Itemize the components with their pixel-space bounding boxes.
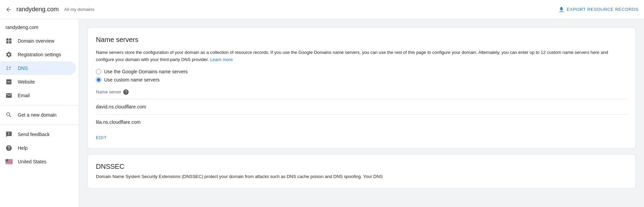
grid-icon — [5, 38, 12, 44]
content-area: Name servers Name servers store the conf… — [79, 19, 644, 207]
sidebar-label-united-states: United States — [18, 159, 46, 164]
back-button[interactable] — [5, 6, 12, 13]
all-my-domains-link[interactable]: All my domains — [64, 7, 94, 12]
dnssec-title: DNSSEC — [96, 163, 627, 171]
sidebar-label-send-feedback: Send feedback — [18, 132, 49, 137]
radio-google-label: Use the Google Domains name servers — [104, 69, 188, 74]
name-server-entry-1: david.ns.cloudflare.com — [96, 99, 627, 115]
sidebar-item-get-new-domain[interactable]: Get a new domain — [0, 108, 76, 122]
export-label: EXPORT RESOURCE RECORDS — [567, 7, 639, 12]
radio-google-option[interactable]: Use the Google Domains name servers — [96, 69, 627, 74]
sidebar-item-dns[interactable]: DNS — [0, 61, 76, 75]
radio-google-input[interactable] — [96, 69, 101, 74]
sidebar-item-website[interactable]: Website — [0, 75, 76, 89]
sidebar-item-send-feedback[interactable]: Send feedback — [0, 128, 76, 141]
help-icon — [5, 145, 12, 151]
sidebar-item-email[interactable]: Email — [0, 89, 76, 102]
name-server-label: Name server ? — [96, 89, 627, 95]
name-server-entry-2: lila.ns.cloudflare.com — [96, 115, 627, 130]
email-icon — [5, 92, 12, 99]
sidebar: randydeng.com Domain overview Registrati… — [0, 19, 79, 207]
domain-title: randydeng.com — [16, 6, 59, 13]
radio-custom-input[interactable] — [96, 77, 101, 83]
export-resource-records-button[interactable]: EXPORT RESOURCE RECORDS — [558, 6, 639, 13]
radio-custom-option[interactable]: Use custom name servers — [96, 77, 627, 83]
sidebar-label-get-new-domain: Get a new domain — [18, 112, 57, 118]
edit-button[interactable]: EDIT — [96, 135, 107, 140]
website-icon — [5, 78, 12, 85]
sidebar-item-domain-overview[interactable]: Domain overview — [0, 34, 76, 48]
name-servers-title: Name servers — [96, 36, 627, 44]
flag-icon: 🇺🇸 — [5, 158, 12, 165]
sidebar-label-dns: DNS — [18, 65, 28, 71]
sidebar-domain-name: randydeng.com — [0, 22, 79, 34]
sidebar-item-help[interactable]: Help — [0, 141, 76, 155]
dnssec-card-inner: DNSSEC Domain Name System Security Exten… — [88, 154, 635, 189]
sidebar-label-help: Help — [18, 145, 28, 151]
dnssec-card: DNSSEC Domain Name System Security Exten… — [87, 154, 636, 189]
name-servers-card-inner: Name servers Name servers store the conf… — [88, 28, 635, 148]
search-icon — [5, 112, 12, 118]
sidebar-label-email: Email — [18, 93, 30, 98]
main-layout: randydeng.com Domain overview Registrati… — [0, 19, 644, 207]
learn-more-link[interactable]: Learn more — [210, 57, 233, 62]
radio-group: Use the Google Domains name servers Use … — [96, 69, 627, 83]
sidebar-divider — [0, 105, 79, 105]
top-bar-left: randydeng.com All my domains — [5, 6, 94, 13]
name-server-section: Name server ? david.ns.cloudflare.com li… — [96, 89, 627, 130]
sidebar-divider-2 — [0, 124, 79, 125]
radio-custom-label: Use custom name servers — [104, 77, 160, 83]
name-servers-description: Name servers store the configuration of … — [96, 49, 627, 63]
dns-icon — [5, 65, 12, 72]
sidebar-label-website: Website — [18, 79, 35, 85]
gear-icon — [5, 51, 12, 58]
sidebar-item-registration-settings[interactable]: Registration settings — [0, 48, 76, 61]
name-servers-card: Name servers Name servers store the conf… — [87, 27, 636, 149]
top-bar: randydeng.com All my domains EXPORT RESO… — [0, 0, 644, 19]
sidebar-label-domain-overview: Domain overview — [18, 38, 54, 44]
sidebar-label-registration-settings: Registration settings — [18, 52, 61, 57]
feedback-icon — [5, 131, 12, 138]
sidebar-item-united-states[interactable]: 🇺🇸 United States — [0, 155, 76, 168]
dnssec-description: Domain Name System Security Extensions (… — [96, 173, 627, 180]
name-server-help-icon[interactable]: ? — [123, 89, 129, 95]
